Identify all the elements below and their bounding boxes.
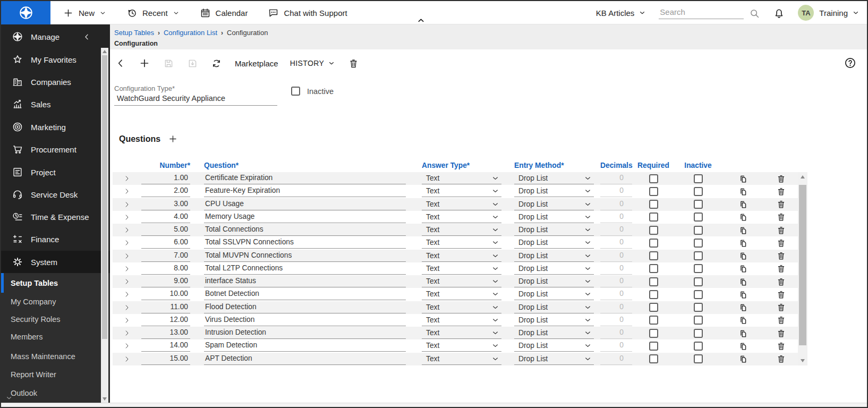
history-menu[interactable]: HISTORY (290, 59, 336, 67)
scroll-up-arrow-icon[interactable] (103, 50, 107, 53)
question-field[interactable]: Total Connections (204, 224, 406, 236)
topnav-chat-with-support[interactable]: Chat with Support (268, 7, 347, 19)
inactive-checkbox[interactable] (291, 87, 300, 96)
answer-type-select[interactable]: Text (422, 173, 501, 184)
config-type-input[interactable]: WatchGuard Security Appliance (117, 94, 276, 103)
answer-type-select[interactable]: Text (422, 211, 501, 223)
entry-method-select[interactable]: Drop List (514, 288, 594, 300)
copy-row-button[interactable] (721, 172, 764, 185)
sidebar-item-service-desk[interactable]: Service Desk (1, 183, 110, 206)
question-field[interactable]: CPU Usage (204, 199, 406, 210)
row-expander-icon[interactable] (113, 262, 141, 275)
row-expander-icon[interactable] (113, 198, 141, 211)
sidebar-scrollbar[interactable] (101, 48, 108, 403)
table-scrollbar-thumb[interactable] (799, 185, 806, 345)
answer-type-select[interactable]: Text (422, 237, 501, 249)
delete-row-button[interactable] (764, 236, 798, 249)
inactive-checkbox[interactable] (694, 174, 703, 183)
inactive-checkbox[interactable] (694, 239, 703, 248)
inactive-checkbox[interactable] (694, 290, 703, 299)
inactive-checkbox[interactable] (694, 342, 703, 351)
inactive-checkbox[interactable] (694, 277, 703, 286)
sidebar-subitem-members[interactable]: Members (1, 328, 100, 346)
add-question-icon[interactable] (168, 134, 178, 144)
account-menu[interactable]: Training (819, 8, 860, 18)
delete-row-button[interactable] (764, 211, 798, 224)
required-checkbox[interactable] (649, 212, 658, 222)
sidebar-item-my-favorites[interactable]: My Favorites (1, 48, 110, 71)
entry-method-select[interactable]: Drop List (514, 237, 594, 249)
sidebar-subitem-report-writer[interactable]: Report Writer (1, 366, 100, 384)
save-button[interactable] (163, 58, 174, 69)
number-field[interactable]: 10.00 (141, 288, 190, 300)
row-expander-icon[interactable] (113, 185, 141, 198)
row-expander-icon[interactable] (113, 327, 141, 339)
scroll-down-arrow-icon[interactable] (801, 359, 805, 362)
required-checkbox[interactable] (649, 329, 658, 338)
answer-type-select[interactable]: Text (422, 340, 501, 352)
breadcrumb-link-setup-tables[interactable]: Setup Tables (114, 29, 154, 37)
answer-type-select[interactable]: Text (422, 327, 501, 339)
number-field[interactable]: 6.00 (141, 237, 190, 249)
question-field[interactable]: interface Status (204, 276, 406, 287)
search-icon[interactable] (749, 8, 760, 19)
copy-row-button[interactable] (721, 301, 764, 314)
entry-method-select[interactable]: Drop List (514, 211, 594, 223)
inactive-checkbox[interactable] (694, 212, 703, 222)
copy-row-button[interactable] (721, 211, 764, 224)
inactive-checkbox[interactable] (694, 200, 703, 209)
delete-row-button[interactable] (764, 172, 798, 185)
entry-method-select[interactable]: Drop List (514, 173, 594, 184)
inactive-checkbox[interactable] (694, 226, 703, 235)
required-checkbox[interactable] (649, 264, 658, 273)
required-checkbox[interactable] (649, 354, 658, 363)
answer-type-select[interactable]: Text (422, 276, 501, 287)
question-field[interactable]: Memory Usage (204, 211, 406, 223)
delete-row-button[interactable] (764, 262, 798, 275)
row-expander-icon[interactable] (113, 314, 141, 327)
required-checkbox[interactable] (649, 200, 658, 209)
sidebar-subitem-setup-tables[interactable]: Setup Tables (1, 274, 100, 292)
copy-row-button[interactable] (721, 250, 764, 262)
copy-row-button[interactable] (721, 224, 764, 236)
sidebar-item-procurement[interactable]: Procurement (1, 138, 110, 160)
connectwise-logo[interactable] (1, 1, 50, 24)
copy-row-button[interactable] (721, 185, 764, 198)
entry-method-select[interactable]: Drop List (514, 263, 594, 275)
row-expander-icon[interactable] (113, 275, 141, 288)
entry-method-select[interactable]: Drop List (514, 250, 594, 262)
sidebar-scroll-more-icon[interactable] (5, 394, 13, 402)
number-field[interactable]: 14.00 (141, 340, 190, 352)
inactive-checkbox[interactable] (694, 316, 703, 325)
marketplace-button[interactable]: Marketplace (235, 59, 278, 68)
copy-row-button[interactable] (721, 198, 764, 211)
number-field[interactable]: 4.00 (141, 211, 190, 223)
entry-method-select[interactable]: Drop List (514, 199, 594, 210)
copy-row-button[interactable] (721, 236, 764, 249)
table-scrollbar[interactable] (798, 172, 807, 366)
row-expander-icon[interactable] (113, 288, 141, 301)
answer-type-select[interactable]: Text (422, 185, 501, 197)
collapse-topbar-caret-icon[interactable] (416, 16, 426, 25)
answer-type-select[interactable]: Text (422, 353, 501, 365)
delete-row-button[interactable] (764, 301, 798, 314)
delete-row-button[interactable] (764, 224, 798, 236)
question-field[interactable]: Intrusion Detection (204, 327, 406, 339)
question-field[interactable]: Botnet Detection (204, 288, 406, 300)
row-expander-icon[interactable] (113, 172, 141, 185)
row-expander-icon[interactable] (113, 211, 141, 224)
required-checkbox[interactable] (649, 174, 658, 183)
row-expander-icon[interactable] (113, 353, 141, 366)
required-checkbox[interactable] (649, 290, 658, 299)
delete-row-button[interactable] (764, 327, 798, 339)
sidebar-subitem-security-roles[interactable]: Security Roles (1, 310, 100, 328)
entry-method-select[interactable]: Drop List (514, 353, 594, 365)
answer-type-select[interactable]: Text (422, 288, 501, 300)
number-field[interactable]: 1.00 (141, 173, 190, 184)
answer-type-select[interactable]: Text (422, 224, 501, 236)
question-field[interactable]: Total L2TP Connections (204, 263, 406, 275)
avatar[interactable]: TA (798, 5, 814, 21)
sidebar-item-project[interactable]: Project (1, 161, 110, 183)
sidebar-item-sales[interactable]: Sales (1, 93, 110, 115)
copy-row-button[interactable] (721, 275, 764, 288)
